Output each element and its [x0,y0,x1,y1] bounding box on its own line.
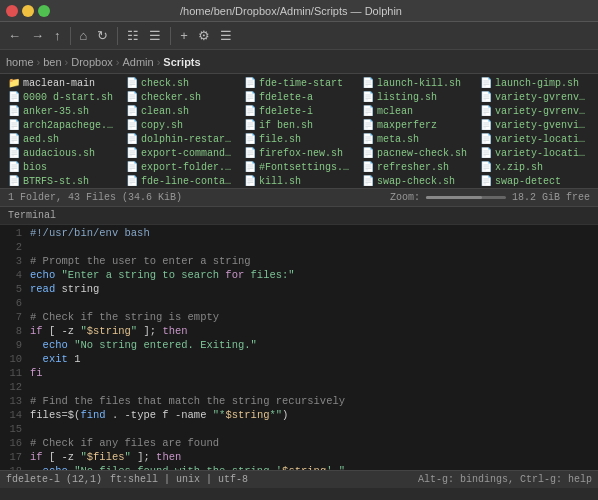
breadcrumb-dropbox[interactable]: Dropbox [71,56,113,68]
line-content: # Prompt the user to enter a string [30,255,251,267]
view-icon-button[interactable]: ☷ [123,26,143,45]
file-item[interactable]: 📄export-commands.sh [122,146,240,160]
file-name: arch2apachege.sh [23,120,118,131]
file-item[interactable]: 📄clean.sh [122,104,240,118]
file-item[interactable]: 📄fde-line-contain [122,174,240,188]
file-item[interactable]: 📄arch2apachege.sh [4,118,122,132]
file-item[interactable]: 📄copy.sh [122,118,240,132]
file-icon: 📄 [362,77,374,89]
file-item[interactable]: 📄kill.sh [240,174,358,188]
file-name: kill.sh [259,176,301,187]
file-item[interactable]: 📄BTRFS-st.sh [4,174,122,188]
file-name: swap-check.sh [377,176,455,187]
file-item[interactable]: 📄listing.sh [358,90,476,104]
line-number: 10 [4,353,30,365]
code-line: 13# Find the files that match the string… [0,395,598,409]
menu-button[interactable]: ☰ [216,26,236,45]
minimize-button[interactable] [22,5,34,17]
folder-icon: 📁 [8,77,20,89]
file-icon: 📄 [244,133,256,145]
file-icon: 📄 [362,147,374,159]
view-list-button[interactable]: ☰ [145,26,165,45]
file-name: fde-line-contain [141,176,236,187]
up-button[interactable]: ↑ [50,26,65,45]
file-item[interactable]: 📄aed.sh [4,132,122,146]
breadcrumb-sep-2: › [65,56,69,68]
separator-1 [70,27,71,45]
file-item[interactable]: 📄fde-time-start [240,76,358,90]
file-item[interactable]: 📄launch-gimp.sh [476,76,594,90]
breadcrumb-ben[interactable]: ben [43,56,61,68]
file-name: fde-time-start [259,78,343,89]
file-icon: 📄 [8,161,20,173]
file-item[interactable]: 📁maclean-main [4,76,122,90]
file-item[interactable]: 📄variety-gvenview.sh [476,118,594,132]
file-item[interactable]: 📄meta.sh [358,132,476,146]
back-button[interactable]: ← [4,26,25,45]
file-item[interactable]: 📄x.zip.sh [476,160,594,174]
file-item[interactable]: 📄check.sh [122,76,240,90]
file-item[interactable]: 📄#Fontsettings.sh [240,160,358,174]
breadcrumb-home[interactable]: home [6,56,34,68]
line-content: fi [30,367,43,379]
file-item[interactable]: 📄0000 d-start.sh [4,90,122,104]
file-name: pacnew-check.sh [377,148,467,159]
file-item[interactable]: 📄export-folder.sh [122,160,240,174]
line-number: 16 [4,437,30,449]
breadcrumb-admin[interactable]: Admin [122,56,153,68]
file-icon: 📄 [480,77,492,89]
file-info: ft:shell | unix | utf-8 [110,474,248,485]
file-item[interactable]: 📄variety-location copy.sh [476,132,594,146]
file-name: checker.sh [141,92,201,103]
line-content: # Check if any files are found [30,437,219,449]
file-item[interactable]: 📄dolphin-restart.sh [122,132,240,146]
window-title: /home/ben/Dropbox/Admin/Scripts — Dolphi… [180,5,402,17]
file-name: variety-location.sh [495,148,590,159]
code-line: 14files=$(find . -type f -name "*$string… [0,409,598,423]
file-item[interactable]: 📄variety-gvrenview.sh [476,104,594,118]
file-item[interactable]: 📄if ben.sh [240,118,358,132]
file-item[interactable]: 📄maxperferz [358,118,476,132]
forward-button[interactable]: → [27,26,48,45]
code-line: 8if [ -z "$string" ]; then [0,325,598,339]
file-icon: 📄 [8,147,20,159]
reload-button[interactable]: ↻ [93,26,112,45]
separator-3 [170,27,171,45]
line-number: 9 [4,339,30,351]
file-item[interactable]: 📄refresher.sh [358,160,476,174]
file-icon: 📄 [480,147,492,159]
file-item[interactable]: 📄swap-check.sh [358,174,476,188]
settings-button[interactable]: ⚙ [194,26,214,45]
file-name: firefox-new.sh [259,148,343,159]
code-line: 17if [ -z "$files" ]; then [0,451,598,465]
file-item[interactable]: 📄pacnew-check.sh [358,146,476,160]
line-number: 1 [4,227,30,239]
file-name: fdelete-i [259,106,313,117]
file-item[interactable]: 📄variety-gvrenview copy (SteelLegend's c… [476,90,594,104]
home-button[interactable]: ⌂ [76,26,92,45]
file-name: copy.sh [141,120,183,131]
file-item[interactable]: 📄fdelete-i [240,104,358,118]
file-item[interactable]: 📄swap-detect [476,174,594,188]
file-icon: 📄 [126,133,138,145]
new-tab-button[interactable]: + [176,26,192,45]
file-item[interactable]: 📄mclean [358,104,476,118]
line-number: 6 [4,297,30,309]
file-name: variety-gvenview.sh [495,120,590,131]
file-item[interactable]: 📄launch-kill.sh [358,76,476,90]
maximize-button[interactable] [38,5,50,17]
file-item[interactable]: 📄anker-35.sh [4,104,122,118]
file-item[interactable]: 📄checker.sh [122,90,240,104]
file-item[interactable]: 📄variety-location.sh [476,146,594,160]
code-line: 12 [0,381,598,395]
file-item[interactable]: 📄fdelete-a [240,90,358,104]
file-item[interactable]: 📄audacious.sh [4,146,122,160]
file-item[interactable]: 📄file.sh [240,132,358,146]
zoom-slider[interactable] [426,196,506,199]
terminal-body[interactable]: 1#!/usr/bin/env bash23# Prompt the user … [0,225,598,470]
close-button[interactable] [6,5,18,17]
file-item[interactable]: 📄firefox-new.sh [240,146,358,160]
file-icon: 📄 [244,175,256,187]
file-icon: 📄 [126,147,138,159]
file-item[interactable]: 📄bios [4,160,122,174]
